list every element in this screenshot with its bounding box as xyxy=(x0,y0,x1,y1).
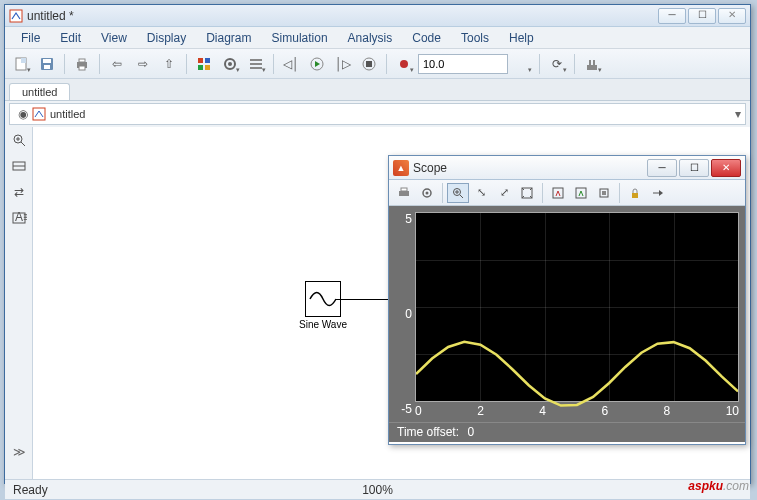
svg-rect-34 xyxy=(399,191,409,196)
breadcrumb-dropdown-icon[interactable]: ▾ xyxy=(735,107,741,121)
swap-icon[interactable]: ⇄ xyxy=(8,181,30,203)
new-button[interactable]: ▾ xyxy=(9,52,33,76)
breadcrumb-text[interactable]: untitled xyxy=(50,108,735,120)
app-icon xyxy=(9,9,23,23)
annotation-icon[interactable]: A≡ xyxy=(8,207,30,229)
fit-view-icon[interactable] xyxy=(8,155,30,177)
scope-plot-area: 5 0 -5 0 2 4 6 xyxy=(389,206,745,422)
scope-app-icon: ▲ xyxy=(393,160,409,176)
zoom-level[interactable]: 100% xyxy=(362,483,393,497)
scope-save-axes-icon[interactable] xyxy=(547,183,569,203)
svg-rect-5 xyxy=(44,65,50,69)
build-button[interactable]: ▾ xyxy=(580,52,604,76)
run-button[interactable] xyxy=(305,52,329,76)
svg-rect-8 xyxy=(79,66,85,70)
svg-rect-15 xyxy=(250,59,262,61)
scope-float-icon[interactable] xyxy=(593,183,615,203)
print-button[interactable] xyxy=(70,52,94,76)
hide-browser-button[interactable]: ◉ xyxy=(14,105,32,123)
save-button[interactable] xyxy=(35,52,59,76)
menu-simulation[interactable]: Simulation xyxy=(262,29,338,47)
step-back-button[interactable]: ◁│ xyxy=(279,52,303,76)
scope-zoom-x-icon[interactable]: ⤡ xyxy=(470,183,492,203)
back-button[interactable]: ⇦ xyxy=(105,52,129,76)
svg-line-27 xyxy=(21,142,25,146)
signal-line[interactable] xyxy=(336,299,396,300)
zoom-in-icon[interactable] xyxy=(8,129,30,151)
menu-file[interactable]: File xyxy=(11,29,50,47)
menu-analysis[interactable]: Analysis xyxy=(338,29,403,47)
simulation-stop-time-input[interactable] xyxy=(418,54,508,74)
model-config-button[interactable]: ▾ xyxy=(218,52,242,76)
minimize-button[interactable]: ─ xyxy=(658,8,686,24)
svg-rect-35 xyxy=(401,188,407,191)
menu-edit[interactable]: Edit xyxy=(50,29,91,47)
svg-rect-17 xyxy=(250,67,262,69)
scope-zoom-y-icon[interactable]: ⤢ xyxy=(493,183,515,203)
menu-diagram[interactable]: Diagram xyxy=(196,29,261,47)
model-explorer-button[interactable]: ▾ xyxy=(244,52,268,76)
svg-rect-0 xyxy=(10,10,22,22)
fast-restart-button[interactable]: ⟳▾ xyxy=(545,52,569,76)
stop-button[interactable] xyxy=(357,52,381,76)
menu-code[interactable]: Code xyxy=(402,29,451,47)
svg-rect-10 xyxy=(205,58,210,63)
scope-restore-axes-icon[interactable] xyxy=(570,183,592,203)
scope-signal-selector-icon[interactable] xyxy=(647,183,669,203)
forward-button[interactable]: ⇨ xyxy=(131,52,155,76)
svg-rect-23 xyxy=(589,60,591,65)
scope-print-icon[interactable] xyxy=(393,183,415,203)
menu-view[interactable]: View xyxy=(91,29,137,47)
svg-rect-22 xyxy=(587,65,597,70)
scope-params-icon[interactable] xyxy=(416,183,438,203)
model-icon xyxy=(32,107,46,121)
maximize-button[interactable]: ☐ xyxy=(688,8,716,24)
scope-autoscale-icon[interactable] xyxy=(516,183,538,203)
scope-minimize-button[interactable]: ─ xyxy=(647,159,677,177)
svg-rect-11 xyxy=(198,65,203,70)
menubar: File Edit View Display Diagram Simulatio… xyxy=(5,27,750,49)
sine-trace xyxy=(416,213,738,500)
breadcrumb-bar: ◉ untitled ▾ xyxy=(9,103,746,125)
svg-point-37 xyxy=(426,191,429,194)
svg-rect-24 xyxy=(593,60,595,65)
scope-titlebar[interactable]: ▲ Scope ─ ☐ ✕ xyxy=(389,156,745,180)
step-forward-button[interactable]: │▷ xyxy=(331,52,355,76)
up-button[interactable]: ⇧ xyxy=(157,52,181,76)
main-toolbar: ▾ ⇦ ⇨ ⇧ ▾ ▾ ◁│ │▷ ▾ ▾ ⟳▾ ▾ xyxy=(5,49,750,79)
svg-rect-12 xyxy=(205,65,210,70)
menu-display[interactable]: Display xyxy=(137,29,196,47)
y-tick: -5 xyxy=(401,402,412,416)
record-button[interactable]: ▾ xyxy=(392,52,416,76)
svg-rect-7 xyxy=(79,59,85,62)
tab-untitled[interactable]: untitled xyxy=(9,83,70,100)
y-tick: 0 xyxy=(405,307,412,321)
scope-lock-icon[interactable] xyxy=(624,183,646,203)
svg-point-14 xyxy=(228,62,232,66)
model-tabs: untitled xyxy=(5,79,750,101)
plot-box[interactable] xyxy=(415,212,739,402)
scope-maximize-button[interactable]: ☐ xyxy=(679,159,709,177)
menu-tools[interactable]: Tools xyxy=(451,29,499,47)
y-tick: 5 xyxy=(405,212,412,226)
svg-rect-25 xyxy=(33,108,45,120)
svg-point-21 xyxy=(400,60,408,68)
scope-close-button[interactable]: ✕ xyxy=(711,159,741,177)
library-browser-button[interactable] xyxy=(192,52,216,76)
svg-rect-4 xyxy=(43,59,51,63)
scope-zoom-icon[interactable] xyxy=(447,183,469,203)
main-titlebar[interactable]: untitled * ─ ☐ ✕ xyxy=(5,5,750,27)
expand-chevron-icon[interactable]: ≫ xyxy=(13,445,26,459)
svg-rect-46 xyxy=(602,191,606,195)
menu-help[interactable]: Help xyxy=(499,29,544,47)
close-button[interactable]: ✕ xyxy=(718,8,746,24)
window-title: untitled * xyxy=(27,9,658,23)
sim-mode-button[interactable]: ▾ xyxy=(510,52,534,76)
svg-line-39 xyxy=(460,195,463,198)
svg-rect-9 xyxy=(198,58,203,63)
block-sine-wave[interactable]: Sine Wave xyxy=(299,281,347,330)
scope-title: Scope xyxy=(413,161,647,175)
palette-toolbar: ⇄ A≡ xyxy=(5,127,33,479)
block-label: Sine Wave xyxy=(299,319,347,330)
svg-rect-43 xyxy=(553,188,563,198)
